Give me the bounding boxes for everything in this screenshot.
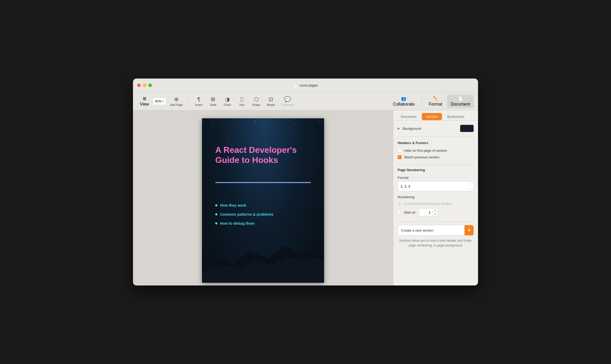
table-icon: ⊞	[211, 96, 215, 102]
continue-from-previous-label: Continue from previous section	[404, 202, 451, 206]
traffic-lights	[137, 84, 152, 87]
titlebar: 📄 cover.pages	[133, 79, 478, 92]
bullet-dot-3	[215, 222, 217, 224]
continue-from-previous-radio[interactable]	[398, 202, 401, 206]
numbering-label: Numbering	[398, 195, 474, 199]
start-at-radio[interactable]	[398, 210, 401, 214]
zoom-value: 62%	[155, 99, 161, 103]
right-panel: Document Section Bookmarks ▶ Background …	[393, 110, 478, 285]
view-icon: ⊞	[143, 96, 146, 101]
document-label: Document	[451, 102, 470, 107]
add-page-button[interactable]: ⊕ Add Page	[167, 95, 185, 108]
table-button[interactable]: ⊞ Table	[206, 95, 220, 108]
document-page: A React Developer's Guide to Hooks How t…	[202, 118, 324, 283]
bullet-dot-2	[215, 213, 217, 215]
start-at-value-field[interactable]: 1	[419, 209, 432, 215]
background-label: Background	[403, 127, 421, 131]
toolbar-separator-2	[421, 96, 422, 107]
chart-label: Chart	[224, 103, 231, 106]
divider-2	[398, 222, 474, 222]
page-bullets: How they work Common patterns & problems…	[215, 203, 273, 230]
start-at-spinners: ▲ ▼	[432, 209, 438, 216]
start-at-decrement-button[interactable]: ▼	[433, 212, 438, 216]
collaborate-label: Collaborate	[393, 102, 415, 107]
format-button[interactable]: ✏️ Format	[425, 95, 446, 108]
canvas-area[interactable]: A React Developer's Guide to Hooks How t…	[133, 110, 393, 285]
continue-from-previous-row: Continue from previous section	[398, 202, 474, 206]
format-select-chevron-icon: ⌃⌄	[468, 183, 471, 190]
view-label: View	[140, 102, 149, 107]
comment-icon: 💬	[284, 96, 291, 102]
title-icon: 📄	[293, 83, 298, 88]
zoom-button[interactable]: 62% ▾	[153, 98, 166, 105]
view-button[interactable]: ⊞ View	[137, 97, 152, 106]
section-description: Sections allow you to start a new header…	[398, 238, 474, 248]
match-previous-checkbox[interactable]	[398, 155, 402, 159]
media-label: Media	[267, 103, 275, 106]
insert-button[interactable]: ¶ Insert	[192, 95, 205, 108]
shape-icon: ⬡	[254, 96, 259, 102]
background-section: ▶ Background	[398, 125, 474, 137]
insert-icon: ¶	[197, 96, 200, 102]
title-text: cover.pages	[299, 83, 318, 87]
chart-button[interactable]: ◑ Chart	[221, 95, 234, 108]
add-page-label: Add Page	[170, 103, 183, 106]
format-label: Format	[429, 102, 442, 107]
toolbar-separator-1	[189, 96, 189, 107]
media-button[interactable]: ⊡ Media	[264, 95, 278, 108]
app-window: 📄 cover.pages ⊞ View 62% ▾ ⊕ Add Page ¶ …	[133, 79, 478, 285]
media-icon: ⊡	[269, 96, 273, 102]
headers-footers-heading: Headers & Footers	[398, 141, 474, 145]
format-select-value: 1, 2, 3	[401, 184, 410, 188]
hide-first-page-checkbox[interactable]	[398, 149, 402, 153]
page-numbering-heading: Page Numbering	[398, 168, 474, 172]
chart-icon: ◑	[225, 96, 230, 102]
toolbar: ⊞ View 62% ▾ ⊕ Add Page ¶ Insert ⊞ Table…	[133, 92, 478, 110]
divider-1	[398, 164, 474, 165]
maximize-button[interactable]	[148, 84, 152, 87]
bullet-item-2: Common patterns & problems	[215, 212, 273, 216]
shape-button[interactable]: ⬡ Shape	[249, 95, 263, 108]
create-section-row: Create a new section ▾	[398, 225, 474, 236]
insert-label: Insert	[195, 103, 203, 106]
create-section-area: Create a new section ▾ Sections allow yo…	[398, 225, 474, 248]
match-previous-label: Match previous section	[404, 155, 440, 159]
bullet-item-1: How they work	[215, 203, 273, 207]
minimize-button[interactable]	[143, 84, 146, 87]
create-section-button[interactable]: ▾	[464, 225, 474, 235]
document-button[interactable]: 📄 Document	[447, 95, 474, 108]
background-color-swatch[interactable]	[460, 125, 474, 132]
start-at-input[interactable]: 1 ▲ ▼	[419, 208, 438, 216]
text-icon: ⌷	[240, 96, 243, 102]
tab-section[interactable]: Section	[422, 113, 442, 120]
page-numbering-section: Page Numbering Format 1, 2, 3 ⌃⌄ Numberi…	[398, 168, 474, 216]
background-expand-icon[interactable]: ▶	[398, 127, 400, 130]
format-label-text: Format	[398, 176, 474, 180]
bullet-dot-1	[215, 204, 217, 206]
format-icon: ✏️	[433, 96, 438, 101]
format-select[interactable]: 1, 2, 3 ⌃⌄	[398, 181, 474, 191]
collaborate-icon: 👥	[401, 96, 406, 101]
text-button[interactable]: ⌷ Text	[235, 95, 248, 108]
hide-first-page-label: Hide on first page of section	[404, 149, 447, 153]
page-book-title: A React Developer's Guide to Hooks	[215, 145, 311, 165]
shape-label: Shape	[252, 103, 261, 106]
zoom-chevron-icon: ▾	[162, 100, 164, 103]
page-divider	[215, 182, 311, 183]
document-icon: 📄	[458, 96, 463, 101]
start-at-increment-button[interactable]: ▲	[433, 209, 438, 212]
panel-tabs: Document Section Bookmarks	[393, 110, 478, 120]
match-previous-row: Match previous section	[398, 155, 474, 159]
tab-bookmarks[interactable]: Bookmarks	[443, 113, 469, 120]
tab-document[interactable]: Document	[397, 113, 421, 120]
collaborate-button[interactable]: 👥 Collaborate	[389, 95, 419, 108]
start-at-label: Start at:	[404, 210, 416, 214]
headers-footers-section: Headers & Footers Hide on first page of …	[398, 141, 474, 159]
create-section-plus-icon: ▾	[468, 227, 470, 233]
bullet-item-3: How to debug them	[215, 221, 273, 226]
comment-label: Comment	[281, 103, 294, 106]
start-at-row: Start at: 1 ▲ ▼	[398, 208, 474, 216]
comment-button[interactable]: 💬 Comment	[279, 95, 297, 108]
close-button[interactable]	[137, 84, 141, 87]
main-content: A React Developer's Guide to Hooks How t…	[133, 110, 478, 285]
